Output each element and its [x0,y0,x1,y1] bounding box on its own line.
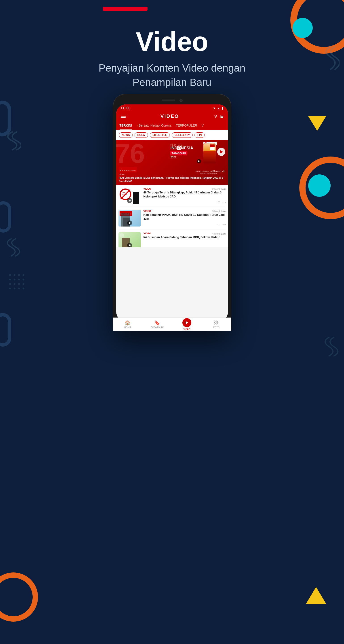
svg-point-0 [9,274,11,276]
page-subtitle: Penyajian Konten Video dengan Penampilan… [0,61,344,90]
cat-celebrity[interactable]: CELEBRITY [172,132,193,138]
share-icon-1[interactable]: ⊂ [218,200,220,204]
news-time-3: 4 Menit Lalu [212,232,226,235]
hero-play-button[interactable] [217,148,225,156]
tangguh-badge: TANGGUH [170,151,187,156]
wifi-icon: ▼ [213,106,216,110]
year-text: 2021 [170,156,193,159]
thumb-play-2[interactable] [127,220,132,226]
page-title: Video [0,27,344,56]
hamburger-line-3 [121,118,126,118]
news-meta-3: VIDEO 4 Menit Lalu [143,232,226,235]
news-item-3[interactable]: VIDEO 4 Menit Lalu Ini Susunan Acara Sid… [118,230,226,247]
foto-icon: 🖼 [214,320,219,321]
news-item-1[interactable]: STOPERORIS VIDEO [118,185,226,207]
bookmark-icon-1[interactable]: ▭ [223,200,226,204]
orange-arc-bottom-right [299,156,344,219]
news-meta-1: VIDEO 2 Menit Lalu [143,188,226,190]
home-icon: 🏠 [125,320,130,322]
phone-mockup: 11:11 ▼ ▲ ▮ VIDEO ⚲ [113,94,231,331]
phone-camera [179,99,183,102]
left-oval-mid [0,201,11,232]
svg-point-15 [22,288,24,289]
hero-tag: Video [119,173,124,176]
left-oval-bottom [0,313,11,346]
grid-icon[interactable]: ⊞ [220,114,224,119]
video-circle [182,318,191,322]
video-play-tri [186,321,188,322]
bottom-nav: 🏠 HOME 🔖 BOOKMARK VIDEO 🖼 FOTO [116,318,228,321]
logo-badge: 6 INDONESIA TUMBUH [119,167,137,172]
share-icon-2[interactable]: ⊂ [218,223,220,226]
tangguh-text: TANGGUH [171,152,186,155]
play-triangle-1 [129,200,131,202]
hero-section[interactable]: 76 6 INDONESIA TUMBUH PORTAL [116,140,228,185]
news-content-2: VIDEO 3 Menit Lalu Hari Terakhir PPKM, B… [143,210,226,226]
play-triangle-3 [129,244,131,246]
cat-news[interactable]: NEWS [119,132,133,138]
news-meta-2: VIDEO 3 Menit Lalu [143,210,226,213]
svg-point-14 [18,288,20,289]
bottom-nav-home[interactable]: 🏠 HOME [116,318,143,321]
hamburger-menu[interactable] [121,115,126,118]
flag-area [210,144,215,150]
app-title: VIDEO [160,113,179,119]
detail-circle [120,233,124,238]
hero-content: 76 6 INDONESIA TUMBUH PORTAL [116,140,228,185]
bottom-nav-bookmark[interactable]: 🔖 BOOKMARK [142,318,172,321]
bottom-nav-video[interactable]: VIDEO [172,318,202,321]
bookmark-nav-icon: 🔖 [154,320,160,322]
news-list: STOPERORIS VIDEO [116,185,228,247]
search-icon[interactable]: ⚲ [214,114,217,119]
svg-point-4 [9,278,11,280]
person-body-area [203,152,216,164]
hamburger-line-2 [121,116,126,116]
cat-lifestyle[interactable]: LIFESTYLE [150,132,170,138]
news-label-1: VIDEO [143,188,151,190]
terror-silhouette [133,192,139,204]
app-header: 11:11 ▼ ▲ ▮ VIDEO ⚲ [116,104,228,130]
yellow-triangle-right [308,116,326,131]
cat-fin[interactable]: FIN [194,132,205,138]
hamburger-line-1 [121,115,126,115]
left-oval-top [0,100,11,136]
cat-bola[interactable]: BOLA [135,132,148,138]
thumb-play-3[interactable] [127,243,132,247]
thumb-play-1[interactable] [127,198,132,203]
news-content-1: VIDEO 2 Menit Lalu 48 Terduga Teroris Di… [143,188,226,204]
svg-point-13 [14,288,15,289]
svg-point-12 [9,288,11,289]
bottom-nav-foto[interactable]: 🖼 FOTO [202,318,228,321]
phone-notch [116,97,228,104]
tab-terkini[interactable]: TERKINI [120,122,132,130]
dot-grid [8,273,26,292]
news-content-3: VIDEO 4 Menit Lalu Ini Susunan Acara Sid… [143,232,226,245]
svg-point-1 [14,274,15,276]
indonesia-text: INDONESIA [170,146,193,150]
left-squiggle-1 [3,130,21,153]
red-bar-decoration [103,7,148,11]
news-item-2[interactable]: SIAGA COVID-19 VIDEO [118,207,226,230]
hero-bg-number: 76 [116,140,145,167]
signal-icon: ▲ [217,106,220,110]
news-title-1: 48 Terduga Teroris Ditangkap, Polri: 45 … [143,190,226,198]
yellow-triangle-bottom [306,587,326,604]
nav-icons: ⚲ ⊞ [214,114,224,119]
tab-terpopuler[interactable]: TERPOPULER [176,122,197,130]
news-actions-2: ⊂ ▭ [143,223,226,226]
play-triangle-2 [129,222,131,224]
small-play-tri [198,160,200,162]
tab-v[interactable]: V [202,122,204,130]
svg-point-11 [22,283,24,285]
news-time-1: 2 Menit Lalu [212,188,226,190]
bookmark-icon-2[interactable]: ▭ [223,223,226,226]
news-actions-1: ⊂ ▭ [143,200,226,204]
title-section: Video Penyajian Konten Video dengan Pena… [0,27,344,90]
tab-corona[interactable]: Bersatu Hadapi Corona [137,122,171,130]
tabs-row: TERKINI Bersatu Hadapi Corona TERPOPULER… [116,122,228,130]
stop-text: STOPERORIS [122,192,127,195]
svg-point-10 [18,283,20,285]
hero-bangkit: Bangkit melawan Pandemi Bersatu untuk Ne… [194,170,217,175]
festival-text-block: FESTIVAL INDONESIA TANGGUH 2021 [170,144,193,159]
news-label-2: VIDEO [143,210,151,212]
